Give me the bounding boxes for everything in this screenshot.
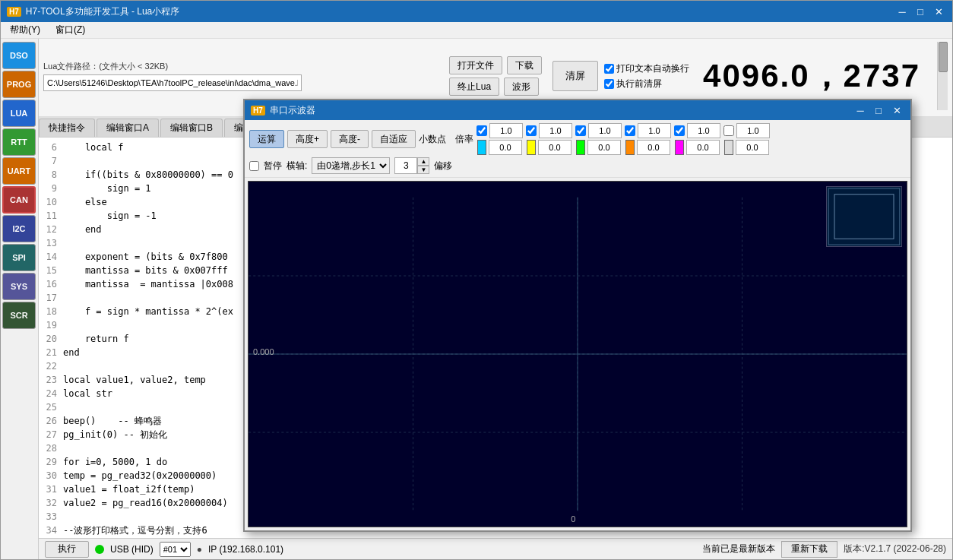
line-code: sign = -1 — [63, 209, 157, 223]
points-counter: ▲ ▼ — [394, 157, 429, 174]
line-code: sign = 1 — [63, 182, 151, 195]
line-code: if((bits & 0x80000000) == 0 — [63, 168, 233, 182]
channel-5-offset-row — [675, 140, 720, 155]
title-bar-controls: ─ □ ✕ — [894, 5, 946, 18]
line-number: 29 — [42, 455, 63, 469]
line-code: temp = pg_read32(0x20000000) — [63, 469, 217, 482]
line-number: 9 — [42, 182, 63, 195]
channel-5-checkbox[interactable] — [674, 125, 685, 136]
download-button[interactable]: 下载 — [507, 56, 542, 74]
stop-lua-button[interactable]: 终止Lua — [449, 78, 499, 96]
sidebar-btn-sys[interactable]: SYS — [2, 273, 36, 300]
tab-editor-a[interactable]: 编辑窗口A — [97, 119, 159, 137]
sidebar-btn-spi[interactable]: SPI — [2, 244, 36, 271]
osc-maximize-button[interactable]: □ — [871, 103, 886, 117]
osc-height-plus-btn[interactable]: 高度+ — [287, 130, 328, 148]
minimize-button[interactable]: ─ — [894, 5, 910, 18]
device-select[interactable]: #01 — [160, 542, 191, 557]
open-file-button[interactable]: 打开文件 — [449, 56, 502, 74]
menu-help[interactable]: 帮助(Y) — [7, 22, 43, 38]
line-number: 22 — [42, 359, 63, 373]
clear-before-exec-label: 执行前清屏 — [616, 78, 662, 90]
menu-window[interactable]: 窗口(Z) — [52, 22, 88, 38]
tab-quick-commands[interactable]: 快捷指令 — [39, 119, 95, 137]
channel-1-checkbox[interactable] — [476, 125, 487, 136]
line-number: 13 — [42, 236, 63, 250]
line-number: 16 — [42, 277, 63, 291]
osc-close-button[interactable]: ✕ — [889, 103, 904, 117]
channel-6-rate-input[interactable] — [736, 123, 770, 138]
channel-4-checkbox[interactable] — [625, 125, 635, 136]
x-axis-select[interactable]: 由0递增,步长1 — [312, 157, 390, 174]
line-number: 17 — [42, 291, 63, 305]
channel-4-group — [625, 123, 671, 155]
channel-2-rate-input[interactable] — [539, 123, 572, 138]
counter-up-button[interactable]: ▲ — [417, 157, 429, 166]
sidebar-btn-scr[interactable]: SCR — [2, 302, 36, 329]
channel-3-offset-input[interactable] — [587, 140, 621, 155]
channel-4-rate-input[interactable] — [638, 123, 671, 138]
line-number: 6 — [42, 141, 63, 154]
osc-canvas: 0.000 0 — [248, 181, 907, 527]
line-code: value2 = pg_read16(0x20000004) — [63, 496, 228, 510]
line-number: 23 — [42, 373, 63, 387]
file-path-input[interactable] — [43, 74, 302, 91]
line-number: 21 — [42, 346, 63, 359]
channel-4-rate-row — [625, 123, 671, 138]
osc-minimize-button[interactable]: ─ — [853, 103, 868, 117]
osc-height-minus-btn[interactable]: 高度- — [331, 130, 369, 148]
clear-before-exec-checkbox[interactable] — [604, 79, 614, 89]
exec-button[interactable]: 执行 — [45, 541, 89, 558]
channel-3-rate-input[interactable] — [588, 123, 622, 138]
channel-5-color — [675, 140, 684, 155]
bottom-bar: 执行 USB (HID) #01 ● IP (192.168.0.101) 当前… — [39, 538, 952, 559]
line-number: 26 — [42, 414, 63, 428]
right-scrollbar[interactable] — [937, 42, 948, 110]
pause-checkbox[interactable] — [249, 161, 259, 171]
channel-6-checkbox[interactable] — [723, 125, 734, 136]
wave-button[interactable]: 波形 — [504, 78, 539, 96]
channel-5-rate-input[interactable] — [687, 123, 720, 138]
counter-down-button[interactable]: ▼ — [417, 166, 429, 174]
channel-2-checkbox[interactable] — [526, 125, 537, 136]
sidebar-btn-uart[interactable]: UART — [2, 157, 36, 185]
line-number: 20 — [42, 332, 63, 346]
tab-editor-b[interactable]: 编辑窗口B — [160, 119, 223, 137]
maximize-button[interactable]: □ — [913, 5, 928, 18]
channel-1-offset-input[interactable] — [489, 140, 522, 155]
osc-svg — [249, 182, 907, 527]
channel-2-offset-row — [527, 140, 571, 155]
channel-6-rate-row — [723, 123, 770, 138]
scrollbar-handle[interactable] — [939, 42, 948, 72]
sidebar-btn-rtt[interactable]: RTT — [2, 128, 36, 156]
osc-thumbnail — [826, 186, 902, 247]
channel-1-rate-input[interactable] — [489, 123, 523, 138]
line-number: 8 — [42, 168, 63, 182]
channel-1-group — [476, 123, 523, 155]
channel-4-offset-input[interactable] — [637, 140, 670, 155]
usb-status-text: USB (HID) — [110, 544, 154, 555]
close-button[interactable]: ✕ — [931, 5, 946, 18]
redownload-button[interactable]: 重新下载 — [781, 541, 837, 558]
osc-title-text: 串口示波器 — [270, 104, 315, 117]
clear-screen-button[interactable]: 清屏 — [552, 61, 598, 91]
sidebar-btn-lua[interactable]: LUA — [2, 100, 36, 127]
channel-6-offset-input[interactable] — [736, 140, 769, 155]
line-number: 19 — [42, 318, 63, 332]
channel-5-offset-input[interactable] — [686, 140, 720, 155]
sidebar-btn-can[interactable]: CAN — [2, 186, 36, 214]
points-input[interactable] — [394, 157, 417, 174]
osc-run-btn[interactable]: 运算 — [249, 130, 284, 148]
osc-title-left: H7 串口示波器 — [251, 104, 315, 117]
toolbar-action-row1: 打开文件 下载 — [449, 56, 542, 74]
app-icon: H7 — [7, 7, 21, 17]
channel-2-offset-input[interactable] — [538, 140, 571, 155]
line-code: exponent = (bits & 0x7f800 — [63, 250, 228, 264]
osc-autofit-btn[interactable]: 自适应 — [372, 130, 416, 148]
osc-icon: H7 — [251, 106, 265, 115]
sidebar-btn-dso[interactable]: DSO — [2, 42, 36, 69]
sidebar-btn-prog[interactable]: PROG — [2, 71, 36, 98]
auto-wrap-checkbox[interactable] — [604, 64, 614, 74]
sidebar-btn-i2c[interactable]: I2C — [2, 215, 36, 242]
channel-3-checkbox[interactable] — [575, 125, 586, 136]
